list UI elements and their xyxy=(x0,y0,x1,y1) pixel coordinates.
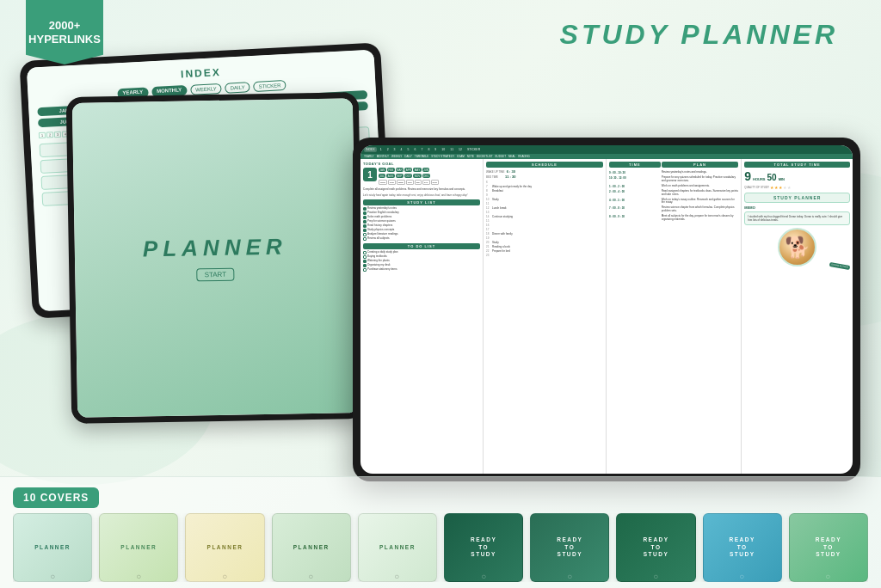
sub-daily[interactable]: DAILY xyxy=(404,155,411,158)
sub-reading[interactable]: READING xyxy=(518,155,530,158)
schedule-items: 6 7Wake up and get ready for the day 8Br… xyxy=(486,181,603,257)
plan-title: PLAN xyxy=(662,162,739,168)
study-plan-title: STUDY LIST xyxy=(363,199,480,205)
page-title: STUDY PLANNER xyxy=(560,19,838,51)
planner-cover-screen: PLANNER START xyxy=(72,98,358,418)
sub-meal[interactable]: MEAL xyxy=(508,155,515,158)
todo-items: Creating a daily study plan Buying textb… xyxy=(363,251,480,272)
sub-monthly[interactable]: MONTHLY xyxy=(377,155,389,158)
planner-header: INDEX 1 2 3 4 5 6 7 8 9 10 11 12 STICKER xyxy=(360,145,853,154)
planner-cover-button[interactable]: START xyxy=(196,268,234,282)
tab-2[interactable]: 2 xyxy=(385,147,391,152)
banner-line1: 2000+ xyxy=(49,19,81,33)
star-5: ★ xyxy=(787,185,791,190)
tab-5[interactable]: 5 xyxy=(406,147,411,152)
memo-text: I studied with my four-legged friend Gor… xyxy=(748,215,847,222)
tab-12[interactable]: 12 xyxy=(457,147,464,152)
schedule-title: SCHEDULE xyxy=(486,162,603,168)
tab-7[interactable]: 7 xyxy=(419,147,424,152)
covers-grid: PLANNER ◯ PLANNER ◯ PLANNER ◯ PLANNER ◯ … xyxy=(13,513,868,582)
cover-6[interactable]: READYTOSTUDY ◯ xyxy=(444,513,523,582)
tab-3[interactable]: 3 xyxy=(392,147,397,152)
sub-timetable[interactable]: TIMETABLE xyxy=(415,155,428,158)
sub-note[interactable]: NOTE xyxy=(467,155,474,158)
months-top: JANFEBMAR APRMAYJUN xyxy=(379,168,480,172)
todo-title: TO DO LIST xyxy=(363,243,480,249)
sub-strategy[interactable]: STUDY STRATEGY xyxy=(431,155,454,158)
nav-weekly[interactable]: WEEKLY xyxy=(190,83,222,95)
nav-daily[interactable]: DAILY xyxy=(225,82,250,93)
minutes-label: MIN xyxy=(779,177,785,181)
tablet-middle: PLANNER START xyxy=(66,92,365,424)
sub-budget[interactable]: BUDGET xyxy=(496,155,507,158)
day-row: MON TUE WED THU FRI SAT SUN xyxy=(379,180,480,185)
memo-section: I studied with my four-legged friend Gor… xyxy=(744,211,850,225)
quality-label: QUALITY OF STUDY xyxy=(744,186,769,189)
tab-1[interactable]: 1 xyxy=(379,147,384,152)
hours-display: 9 HOURS 50 MIN xyxy=(744,169,850,183)
sub-yearly[interactable]: YEARLY xyxy=(364,155,374,158)
dog-label: GORAN BUTLER xyxy=(829,262,850,270)
cover-5[interactable]: PLANNER ◯ xyxy=(358,513,437,582)
tab-11[interactable]: 11 xyxy=(448,147,455,152)
banner-line2: HYPERLINKS xyxy=(28,33,101,46)
planner-detail-screen: INDEX 1 2 3 4 5 6 7 8 9 10 11 12 STICKER… xyxy=(360,145,853,474)
cover-8[interactable]: READYTOSTUDY ◯ xyxy=(616,513,695,582)
tab-6[interactable]: 6 xyxy=(412,147,417,152)
tab-8[interactable]: 8 xyxy=(426,147,431,152)
wake-time-row: WAKE UP TIME 6 : 30 xyxy=(486,169,603,174)
tab-sticker[interactable]: STICKER xyxy=(465,147,482,152)
quality-row: QUALITY OF STUDY ★ ★ ★ ★ ★ xyxy=(744,185,850,190)
tab-index[interactable]: INDEX xyxy=(364,147,377,152)
today-goal-text: Complete all assigned math problems. Rev… xyxy=(363,187,480,191)
sub-exam[interactable]: EXAM xyxy=(457,155,465,158)
star-3: ★ xyxy=(779,185,782,190)
dog-avatar: 🐕 xyxy=(778,228,816,266)
tablet-front: INDEX 1 2 3 4 5 6 7 8 9 10 11 12 STICKER… xyxy=(353,138,860,481)
tab-9[interactable]: 9 xyxy=(433,147,438,152)
mini-planner-label: STUDY PLANNER xyxy=(747,195,847,200)
months-bottom: JULAUGSEP OCTNOVDEC xyxy=(379,174,480,178)
today-goal-label: TODAY'S GOAL xyxy=(363,162,480,166)
hours-number: 9 xyxy=(744,169,751,183)
bed-time-row: BED TIME 11 : 30 xyxy=(486,175,603,179)
star-1: ★ xyxy=(770,185,773,190)
sub-bucket[interactable]: BUCKETLIST xyxy=(477,155,493,158)
cover-4[interactable]: PLANNER ◯ xyxy=(272,513,351,582)
study-items: Review yesterday's notes Practice Englis… xyxy=(363,207,480,241)
minutes-number: 50 xyxy=(767,173,777,182)
hours-label: HOURS xyxy=(753,177,765,181)
tab-4[interactable]: 4 xyxy=(399,147,404,152)
covers-badge: 10 COVERS xyxy=(13,487,99,508)
cover-2[interactable]: PLANNER ◯ xyxy=(99,513,178,582)
total-study-title: TOTAL STUDY TIME xyxy=(744,162,850,168)
tab-10[interactable]: 10 xyxy=(440,147,447,152)
today-date: 1 xyxy=(363,168,377,181)
cover-7[interactable]: READYTOSTUDY ◯ xyxy=(530,513,609,582)
covers-section: 10 COVERS PLANNER ◯ PLANNER ◯ PLANNER ◯ … xyxy=(0,476,881,588)
cover-10[interactable]: READYTOSTUDY ◯ xyxy=(789,513,868,582)
cover-3[interactable]: PLANNER ◯ xyxy=(185,513,264,582)
star-4: ★ xyxy=(783,185,786,190)
star-2: ★ xyxy=(774,185,778,190)
hyperlinks-banner: 2000+ HYPERLINKS xyxy=(26,0,103,64)
sub-weekly[interactable]: WEEKLY xyxy=(391,155,402,158)
planner-cover-title: PLANNER xyxy=(143,234,287,263)
cover-9[interactable]: READYTOSTUDY ◯ xyxy=(703,513,782,582)
cover-1[interactable]: PLANNER ◯ xyxy=(13,513,92,582)
memo-label: MEMO xyxy=(744,205,850,210)
nav-sticker[interactable]: STICKER xyxy=(253,80,286,92)
motivation-text: Let's study hard again today, take enoug… xyxy=(363,193,480,197)
time-title: TIME xyxy=(609,162,661,168)
time-plan-entries: 9 : 00 - 10: 30 Review yesterday's notes… xyxy=(609,171,738,222)
